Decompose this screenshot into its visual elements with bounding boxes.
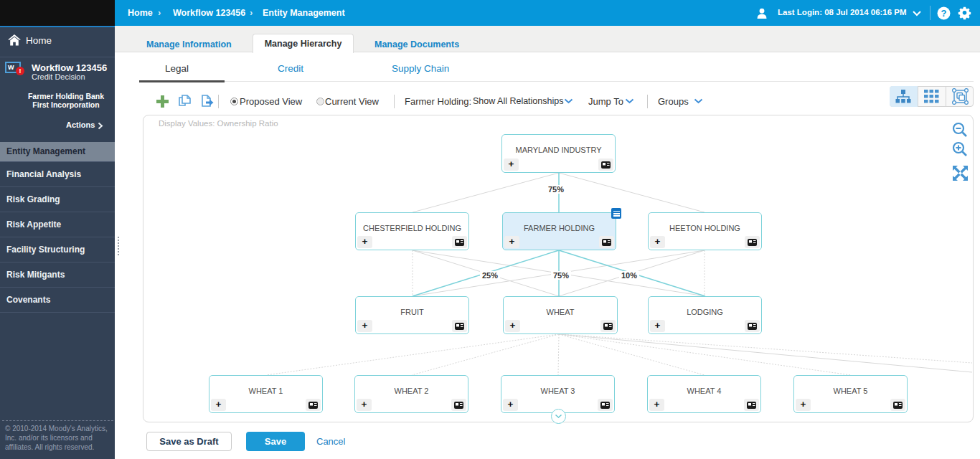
- svg-text:?: ?: [941, 8, 947, 19]
